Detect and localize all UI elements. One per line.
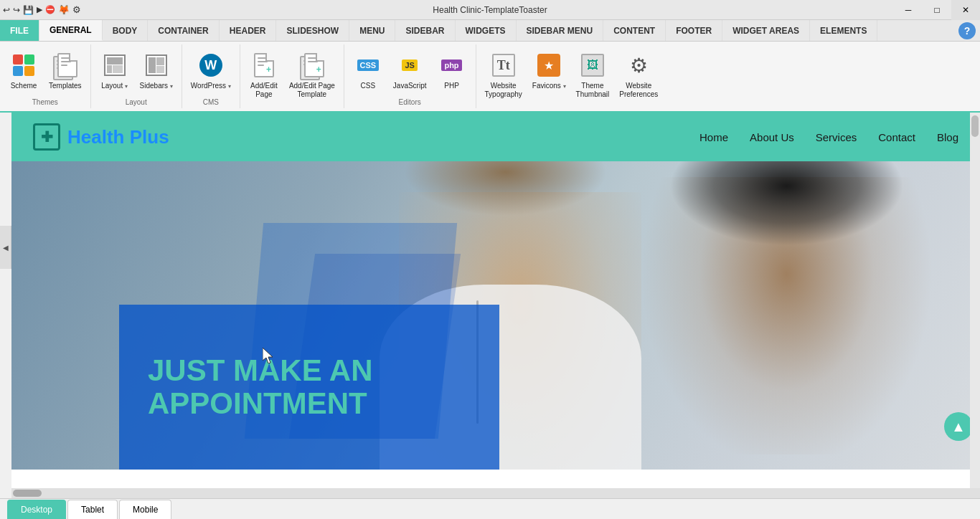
tab-desktop[interactable]: Desktop [7, 500, 66, 520]
ribbon-group-addedit: + Add/EditPage + [240, 44, 344, 108]
vertical-scrollbar[interactable] [970, 113, 980, 488]
help-button[interactable]: ? [958, 22, 976, 39]
css-label: CSS [361, 82, 376, 90]
hero-title-line1: JUST MAKE AN [148, 354, 471, 387]
tab-elements[interactable]: ELEMENTS [810, 20, 877, 41]
tab-body[interactable]: BODY [103, 20, 149, 41]
ribbon-group-themes: Scheme Templates [0, 44, 91, 108]
tab-header[interactable]: HEADER [220, 20, 277, 41]
php-icon: php [437, 50, 467, 80]
scroll-up-button[interactable]: ▲ [944, 412, 973, 441]
sidebars-label: Sidebars ▾ [140, 82, 173, 90]
addedit-items: + Add/EditPage + [245, 44, 339, 105]
app-icon[interactable]: ⚙ [72, 4, 81, 15]
tab-menu[interactable]: MENU [349, 20, 395, 41]
site-header: ✚ Health Plus Home About Us Services Con… [11, 113, 980, 161]
nav-services[interactable]: Services [816, 128, 857, 146]
website-preferences-label: WebsitePreferences [619, 82, 658, 99]
ribbon-tab-bar: FILE GENERAL BODY CONTAINER HEADER SLIDE… [0, 20, 980, 42]
addedit-tpl-icon: + [297, 50, 327, 80]
logo-icon: ✚ [33, 123, 60, 151]
themes-group-label: Themes [32, 97, 58, 108]
cms-group-label: CMS [203, 97, 219, 108]
close-button[interactable]: ✕ [951, 0, 980, 20]
window-controls: ─ □ ✕ [894, 0, 980, 20]
css-icon: CSS [353, 50, 383, 80]
tab-content[interactable]: CONTENT [603, 20, 666, 41]
tab-widgets[interactable]: WIDGETS [456, 20, 517, 41]
nav-home[interactable]: Home [699, 128, 728, 146]
misc-items: Tt WebsiteTypography ★ Favicons ▾ 🖼 Them… [481, 44, 663, 105]
ribbon: FILE GENERAL BODY CONTAINER HEADER SLIDE… [0, 20, 980, 113]
tab-sidebar-menu[interactable]: SIDEBAR MENU [517, 20, 604, 41]
addedit-tpl-label: Add/Edit PageTemplate [289, 82, 335, 99]
scheme-label: Scheme [11, 82, 37, 90]
tab-footer[interactable]: FOOTER [666, 20, 722, 41]
website-preferences-button[interactable]: ⚙ WebsitePreferences [615, 47, 662, 102]
addedit-page-icon: + [249, 50, 279, 80]
minimize-button[interactable]: ─ [894, 0, 923, 20]
wordpress-icon: W [196, 50, 226, 80]
status-bar: Desktop Tablet Mobile [0, 498, 980, 519]
tab-mobile[interactable]: Mobile [119, 500, 171, 520]
nav-about[interactable]: About Us [750, 128, 794, 146]
ribbon-group-layout: Layout ▾ Sidebars ▾ Lay [91, 44, 182, 108]
window-title: Health Clinic-TemplateToaster [433, 5, 547, 15]
cms-items: W WordPress ▾ [187, 44, 235, 97]
nav-blog[interactable]: Blog [937, 128, 958, 146]
tab-file[interactable]: FILE [0, 20, 39, 41]
scheme-button[interactable]: Scheme [4, 47, 43, 93]
tab-container[interactable]: CONTAINER [148, 20, 219, 41]
ribbon-group-editors: CSS CSS JS JavaScript php PHP Edi [344, 44, 476, 108]
favicons-button[interactable]: ★ Favicons ▾ [528, 47, 570, 93]
horizontal-scrollbar[interactable] [11, 488, 980, 498]
sidebars-icon [141, 50, 171, 80]
favicons-label: Favicons ▾ [532, 82, 566, 90]
maximize-button[interactable]: □ [923, 0, 951, 20]
sidebars-button[interactable]: Sidebars ▾ [136, 47, 177, 93]
tab-slideshow[interactable]: SLIDESHOW [276, 20, 349, 41]
quick-access-toolbar: ↩ ↪ 💾 ▶ ⛔ 🦊 ⚙ [3, 0, 81, 19]
layout-items: Layout ▾ Sidebars ▾ [95, 44, 177, 97]
logo-name-light: Health [67, 126, 124, 148]
php-button[interactable]: php PHP [433, 47, 471, 93]
run-icon[interactable]: ▶ [37, 5, 42, 14]
wordpress-button[interactable]: W WordPress ▾ [187, 47, 235, 93]
templates-button[interactable]: Templates [44, 47, 86, 93]
site-nav: Home About Us Services Contact Blog [699, 128, 958, 146]
nav-contact[interactable]: Contact [878, 128, 915, 146]
layout-button[interactable]: Layout ▾ [95, 47, 134, 93]
favicons-icon: ★ [534, 50, 564, 80]
css-button[interactable]: CSS CSS [349, 47, 387, 93]
editors-items: CSS CSS JS JavaScript php PHP [349, 44, 471, 97]
redo-icon[interactable]: ↪ [13, 5, 20, 15]
addedit-page-button[interactable]: + Add/EditPage [245, 47, 283, 102]
layout-icon [100, 50, 130, 80]
javascript-label: JavaScript [393, 82, 427, 90]
theme-thumbnail-button[interactable]: 🖼 ThemeThumbnail [572, 47, 614, 102]
hero-title-line2: APPOINTMENT [148, 387, 471, 420]
undo-icon[interactable]: ↩ [3, 5, 10, 15]
sidebar-toggle-button[interactable]: ◀ [0, 226, 11, 269]
save-icon[interactable]: 💾 [23, 5, 34, 15]
browser-icon[interactable]: 🦊 [58, 4, 70, 15]
layout-group-label: Layout [126, 97, 147, 108]
addedit-page-label: Add/EditPage [250, 82, 278, 99]
tab-sidebar[interactable]: SIDEBAR [395, 20, 455, 41]
hero-text-box: JUST MAKE AN APPOINTMENT [119, 305, 499, 470]
javascript-button[interactable]: JS JavaScript [389, 47, 431, 93]
tab-tablet[interactable]: Tablet [67, 500, 118, 520]
addedit-tpl-button[interactable]: + Add/Edit PageTemplate [285, 47, 339, 102]
php-label: PHP [444, 82, 459, 90]
preview-frame: ✚ Health Plus Home About Us Services Con… [11, 113, 980, 498]
website-typography-button[interactable]: Tt WebsiteTypography [481, 47, 527, 102]
ribbon-group-misc: Tt WebsiteTypography ★ Favicons ▾ 🖼 Them… [476, 44, 667, 108]
ribbon-content: Scheme Templates [0, 42, 980, 111]
templates-icon [50, 50, 80, 80]
tab-general[interactable]: GENERAL [39, 20, 103, 41]
themes-items: Scheme Templates [4, 44, 86, 97]
layout-label: Layout ▾ [101, 82, 128, 90]
site-logo: ✚ Health Plus [33, 123, 169, 151]
stop-icon[interactable]: ⛔ [45, 5, 55, 14]
tab-widget-areas[interactable]: WIDGET AREAS [722, 20, 810, 41]
